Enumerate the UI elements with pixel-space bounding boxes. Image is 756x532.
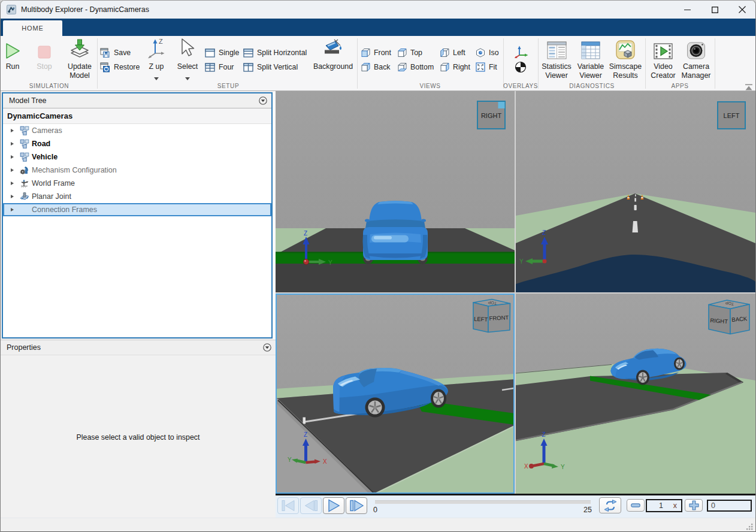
video-creator-button[interactable]: Video Creator: [648, 38, 679, 80]
ribbon: Run Stop Update Model SIMULATION: [1, 36, 755, 91]
update-model-button[interactable]: Update Model: [63, 38, 96, 80]
variable-viewer-icon: [581, 41, 600, 59]
tree-item-vehicle[interactable]: Vehicle: [3, 150, 271, 164]
view-fit-button[interactable]: Fit: [476, 61, 497, 73]
save-button[interactable]: Save: [100, 47, 131, 59]
view-right-icon: [440, 62, 449, 72]
view-cube[interactable]: RIGHT: [477, 101, 505, 129]
speed-input[interactable]: 1 x: [646, 499, 682, 512]
split-vertical-button[interactable]: Split Vertical: [243, 61, 298, 73]
go-to-start-icon: [280, 499, 297, 512]
svg-text:BACK: BACK: [731, 315, 748, 323]
com-overlay-button[interactable]: [515, 61, 527, 73]
play-button[interactable]: [323, 497, 344, 514]
scene-rear-view: Z Y RIGHT: [276, 91, 515, 292]
tree-item-cameras[interactable]: Cameras: [3, 124, 271, 137]
close-icon: [739, 6, 746, 13]
view-top-icon: [397, 48, 407, 58]
loop-button[interactable]: [599, 497, 621, 513]
expand-caret-icon[interactable]: [11, 195, 14, 198]
view-cube[interactable]: RIGHT BACK TOP: [709, 300, 749, 334]
z-up-icon: Z: [146, 38, 167, 59]
minimize-button[interactable]: [673, 1, 701, 19]
stop-icon: [37, 44, 52, 59]
frame-input[interactable]: 0: [707, 500, 752, 512]
split-horizontal-button[interactable]: Split Horizontal: [243, 47, 307, 59]
run-icon: [5, 43, 20, 59]
view-front-button[interactable]: Front: [361, 47, 391, 59]
view-cube[interactable]: LEFT: [718, 102, 745, 129]
select-button[interactable]: Select: [173, 38, 202, 83]
simscape-results-button[interactable]: Simscape Results: [607, 38, 643, 80]
frames-overlay-button[interactable]: [513, 46, 529, 58]
view-right-button[interactable]: Right: [440, 61, 470, 73]
stop-button[interactable]: Stop: [31, 38, 58, 71]
timeline-end-label: 25: [583, 506, 592, 514]
viewport-top-right[interactable]: Z Y LEFT: [516, 91, 755, 292]
tree-item-world-frame[interactable]: World Frame: [3, 177, 271, 190]
world-frame-icon: [20, 179, 29, 188]
model-tree-root[interactable]: DynamicCameras: [3, 108, 271, 124]
expand-caret-icon[interactable]: [11, 155, 14, 159]
planar-joint-icon: [20, 192, 29, 201]
expand-caret-icon[interactable]: [11, 168, 14, 172]
statistics-viewer-icon: [547, 41, 567, 59]
step-forward-button[interactable]: [346, 497, 367, 514]
expand-caret-icon[interactable]: [11, 182, 14, 185]
tree-item-road[interactable]: Road: [3, 137, 271, 150]
rear-wheel: [365, 398, 385, 418]
view-back-button[interactable]: Back: [361, 61, 391, 73]
ribbon-separator: [715, 38, 715, 89]
viewport-bottom-right[interactable]: Z X Y RIGHT BACK TOP: [516, 294, 755, 494]
expand-caret-icon[interactable]: [11, 129, 14, 132]
decrease-speed-button[interactable]: [627, 499, 645, 512]
four-view-button[interactable]: Four: [205, 61, 234, 73]
single-view-button[interactable]: Single: [205, 47, 239, 59]
viewport-top-left[interactable]: Z Y RIGHT: [276, 91, 515, 292]
viewport-bottom-left[interactable]: Z Y X LEFT FRONT TOP: [276, 294, 515, 494]
restore-button[interactable]: Restore: [100, 61, 140, 73]
maximize-icon: [712, 7, 718, 13]
background-button[interactable]: Background: [312, 38, 354, 71]
view-bottom-icon: [397, 62, 407, 72]
maximize-button[interactable]: [701, 1, 728, 19]
collapse-panel-icon[interactable]: [259, 96, 267, 107]
model-tree-header: Model Tree: [3, 93, 271, 108]
viewport-grid: Z Y RIGHT: [276, 91, 755, 494]
model-tree-title: Model Tree: [9, 93, 47, 108]
go-to-start-button[interactable]: [277, 497, 299, 514]
svg-text:LEFT: LEFT: [724, 112, 740, 119]
tree-item-mechanism-configuration[interactable]: Mechanism Configuration: [3, 164, 271, 177]
ribbon-tab-strip: HOME: [1, 19, 755, 36]
increase-speed-button[interactable]: [685, 499, 703, 512]
z-up-button[interactable]: Z Z up: [141, 38, 172, 83]
tree-item-connection-frames[interactable]: Connection Frames: [3, 203, 271, 216]
resize-grip[interactable]: [746, 523, 753, 530]
view-cube[interactable]: LEFT FRONT TOP: [473, 300, 510, 332]
plus-icon: [689, 500, 699, 510]
timeline-slider[interactable]: [375, 500, 591, 504]
tab-home[interactable]: HOME: [3, 20, 62, 36]
tree-item-planar-joint[interactable]: Planar Joint: [3, 190, 271, 203]
view-left-button[interactable]: Left: [440, 47, 465, 59]
view-bottom-button[interactable]: Bottom: [397, 61, 434, 73]
svg-text:Z: Z: [304, 431, 307, 438]
step-back-button[interactable]: [300, 497, 322, 514]
update-model-icon: [69, 39, 90, 59]
split-horizontal-icon: [243, 49, 253, 58]
run-button[interactable]: Run: [1, 38, 24, 71]
save-icon: [100, 48, 110, 58]
expand-caret-icon[interactable]: [11, 142, 14, 146]
statistics-viewer-button[interactable]: Statistics Viewer: [539, 38, 574, 80]
close-button[interactable]: [728, 1, 756, 19]
window-title: Multibody Explorer - DynamicCameras: [21, 1, 149, 19]
svg-text:FRONT: FRONT: [489, 314, 509, 322]
camera-manager-button[interactable]: Camera Manager: [679, 38, 713, 80]
scene-side-view: Z Y X LEFT FRONT TOP: [276, 294, 515, 494]
collapse-panel-icon[interactable]: [263, 343, 271, 354]
view-iso-button[interactable]: Iso: [476, 47, 499, 59]
expand-caret-icon[interactable]: [11, 208, 14, 211]
variable-viewer-button[interactable]: Variable Viewer: [574, 38, 607, 80]
view-top-button[interactable]: Top: [397, 47, 422, 59]
background-icon: [322, 39, 344, 59]
